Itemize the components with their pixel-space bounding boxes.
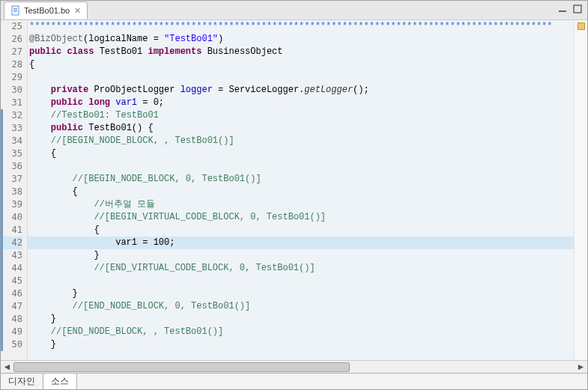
tab-design-label: 디자인 bbox=[8, 375, 35, 388]
code-line[interactable]: var1 = 100; bbox=[28, 237, 587, 249]
line-number: 43 bbox=[1, 249, 22, 262]
line-number: 28 bbox=[1, 58, 22, 71]
code-line[interactable]: } bbox=[28, 249, 587, 262]
code-line[interactable]: { bbox=[28, 224, 587, 237]
line-number: 42 bbox=[1, 237, 22, 249]
svg-rect-5 bbox=[574, 5, 581, 13]
code-line[interactable]: private ProObjectLogger logger = Service… bbox=[28, 84, 587, 97]
scroll-track[interactable] bbox=[13, 361, 575, 374]
scroll-left-icon[interactable]: ◄ bbox=[1, 361, 13, 374]
code-line[interactable]: { bbox=[28, 58, 587, 71]
code-line[interactable]: } bbox=[28, 313, 587, 326]
code-line[interactable]: { bbox=[28, 147, 587, 160]
line-number: 49 bbox=[1, 326, 22, 338]
line-number: 32 bbox=[1, 109, 22, 122]
horizontal-scrollbar[interactable]: ◄ ► bbox=[1, 360, 587, 373]
line-number: 50 bbox=[1, 338, 22, 351]
code-line[interactable]: //[END_NODE_BLOCK, 0, TestBo01()] bbox=[28, 300, 587, 313]
tab-source[interactable]: 소스 bbox=[43, 374, 77, 389]
close-icon[interactable]: ✕ bbox=[74, 6, 81, 16]
code-line[interactable]: } bbox=[28, 338, 587, 351]
window-controls bbox=[557, 4, 583, 14]
line-number-gutter: 2526272829303132333435363738394041424344… bbox=[1, 20, 28, 360]
line-number: 47 bbox=[1, 300, 22, 313]
code-line[interactable] bbox=[28, 71, 587, 84]
tab-bar: TestBo01.bo ✕ bbox=[1, 1, 587, 20]
code-area[interactable]: ****************************************… bbox=[28, 20, 587, 360]
code-line[interactable]: public class TestBo01 implements Busines… bbox=[28, 46, 587, 58]
svg-rect-4 bbox=[559, 10, 566, 12]
code-line[interactable]: //[BEGIN_NODE_BLOCK, 0, TestBo01()] bbox=[28, 173, 587, 186]
file-tab[interactable]: TestBo01.bo ✕ bbox=[4, 1, 88, 19]
code-line[interactable] bbox=[28, 160, 587, 173]
code-line[interactable]: public TestBo01() { bbox=[28, 122, 587, 135]
line-number: 39 bbox=[1, 198, 22, 211]
code-line[interactable]: ****************************************… bbox=[28, 20, 587, 33]
file-tab-label: TestBo01.bo bbox=[24, 6, 70, 15]
line-number: 36 bbox=[1, 160, 22, 173]
line-number: 37 bbox=[1, 173, 22, 186]
svg-rect-1 bbox=[13, 8, 17, 9]
line-number: 26 bbox=[1, 33, 22, 46]
line-number: 41 bbox=[1, 224, 22, 237]
tab-source-label: 소스 bbox=[51, 375, 69, 388]
code-line[interactable]: public long var1 = 0; bbox=[28, 97, 587, 109]
code-line[interactable]: //[END_VIRTUAL_CODE_BLOCK, 0, TestBo01()… bbox=[28, 262, 587, 275]
line-number: 33 bbox=[1, 122, 22, 135]
editor-window: TestBo01.bo ✕ 25262728293031323334353637… bbox=[0, 0, 588, 390]
code-line[interactable]: //[BEGIN_NODE_BLOCK, , TestBo01()] bbox=[28, 135, 587, 147]
overview-ruler[interactable] bbox=[574, 20, 587, 360]
line-number: 34 bbox=[1, 135, 22, 147]
file-icon bbox=[10, 5, 21, 16]
line-number: 48 bbox=[1, 313, 22, 326]
maximize-icon[interactable] bbox=[572, 4, 583, 14]
code-line[interactable]: //[END_NODE_BLOCK, , TestBo01()] bbox=[28, 326, 587, 338]
code-line[interactable]: } bbox=[28, 287, 587, 300]
line-number: 25 bbox=[1, 20, 22, 33]
line-number: 27 bbox=[1, 46, 22, 58]
svg-rect-2 bbox=[13, 10, 17, 10]
bottom-tab-bar: 디자인 소스 bbox=[1, 373, 587, 389]
line-number: 30 bbox=[1, 84, 22, 97]
scroll-thumb[interactable] bbox=[13, 362, 350, 372]
line-number: 31 bbox=[1, 97, 22, 109]
code-line[interactable]: { bbox=[28, 186, 587, 198]
code-line[interactable]: //[BEGIN_VIRTUAL_CODE_BLOCK, 0, TestBo01… bbox=[28, 211, 587, 224]
scroll-right-icon[interactable]: ► bbox=[575, 361, 587, 374]
tab-design[interactable]: 디자인 bbox=[1, 374, 43, 389]
line-number: 40 bbox=[1, 211, 22, 224]
code-editor: 2526272829303132333435363738394041424344… bbox=[1, 20, 587, 360]
line-number: 35 bbox=[1, 147, 22, 160]
code-line[interactable] bbox=[28, 275, 587, 287]
minimize-icon[interactable] bbox=[557, 4, 568, 14]
svg-rect-3 bbox=[13, 11, 17, 12]
line-number: 44 bbox=[1, 262, 22, 275]
warning-marker[interactable] bbox=[578, 22, 585, 30]
line-number: 29 bbox=[1, 71, 22, 84]
line-number: 45 bbox=[1, 275, 22, 287]
code-line[interactable]: //버추얼 모듈 bbox=[28, 198, 587, 211]
line-number: 46 bbox=[1, 287, 22, 300]
code-line[interactable]: //TestBo01: TestBo01 bbox=[28, 109, 587, 122]
line-number: 38 bbox=[1, 186, 22, 198]
code-line[interactable]: @BizObject(logicalName = "TestBo01") bbox=[28, 33, 587, 46]
